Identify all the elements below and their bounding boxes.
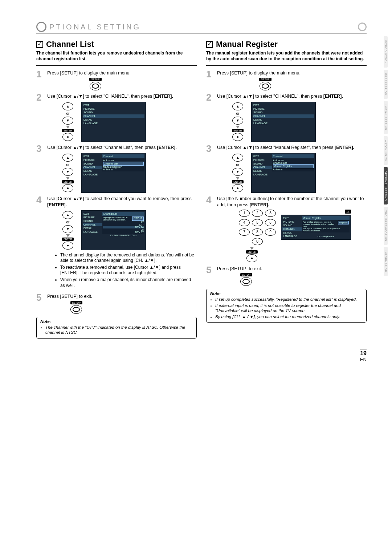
setup-button-icon: SETUP <box>60 301 92 314</box>
cl-step-5: 5 Press [SETUP] to exit. SETUP <box>36 293 197 314</box>
osd-manual-register: EXITPICTURESOUNDCHANNELDETAILLANGUAGE Ma… <box>281 215 351 240</box>
cl-step2-text: Use [Cursor ▲/▼] to select "CHANNEL", th… <box>47 94 154 99</box>
divider <box>206 65 367 66</box>
note-label: Note: <box>210 291 363 296</box>
mr-step4-text: Use [the Number buttons] to enter the nu… <box>217 196 364 207</box>
cl-step4-text: Use [Cursor ▲/▼] to select the channel y… <box>47 196 192 201</box>
channel-badge: 11 <box>345 210 351 214</box>
mr-step-4: 4 Use [the Number buttons] to enter the … <box>206 195 367 263</box>
tab-preparation: PREPARATION <box>384 70 388 99</box>
mr-step-2: 2 Use [Cursor ▲/▼] to select "CHANNEL", … <box>206 93 367 142</box>
tab-watching-tv: WATCHING TV <box>384 136 388 165</box>
mr-step1-text: Press [SETUP] to display the main menu. <box>217 70 301 76</box>
note-label: Note: <box>40 319 193 324</box>
cl-bullets: The channel display for the removed chan… <box>60 252 197 289</box>
page-lang: EN <box>360 357 367 362</box>
osd-main-menu: EXITPICTURESOUNDCHANNELDETAILLANGUAGE <box>81 102 146 142</box>
setup-button-icon: SETUP <box>230 78 301 90</box>
manual-register-section: Manual Register The manual register func… <box>206 39 367 341</box>
cursor-remote-icon: ▲or▼ENTER● <box>58 102 78 142</box>
cl-step-4: 4 Use [Cursor ▲/▼] to select the channel… <box>36 195 197 291</box>
page-footer: 19 EN <box>36 349 367 362</box>
cl-step-3: 3 Use [Cursor ▲/▼] to select "Channel Li… <box>36 144 197 193</box>
mr-note: Note: If set up completes successfully, … <box>206 289 367 323</box>
tab-optional-setting: OPTIONAL SETTING <box>384 167 388 204</box>
channel-list-section: Channel List The channel list function l… <box>36 39 197 341</box>
divider <box>36 65 197 66</box>
check-icon <box>36 41 43 48</box>
osd-channel-submenu: EXITPICTURESOUNDCHANNELDETAILLANGUAGE Ch… <box>81 153 146 193</box>
side-tabs: INTRODUCTION PREPARATION INITIAL SETTING… <box>384 36 388 276</box>
setup-button-icon: SETUP <box>230 273 262 286</box>
channel-list-intro: The channel list function lets you remov… <box>36 50 197 62</box>
mr-step2-text: Use [Cursor ▲/▼] to select "CHANNEL", th… <box>217 94 323 99</box>
tab-initial-setting: INITIAL SETTING <box>384 101 388 134</box>
mr-step-1: 1Press [SETUP] to display the main menu.… <box>206 69 367 90</box>
cursor-remote-icon: ▲or▼ENTER● <box>58 153 78 193</box>
manual-register-intro: The manual register function lets you ad… <box>206 50 367 62</box>
number-keypad-icon: 1234567890 <box>239 210 276 245</box>
enter-remote-icon: ENTER● <box>242 247 262 263</box>
mr-step5-text: Press [SETUP] to exit. <box>217 266 262 272</box>
header-rule <box>144 27 355 27</box>
tab-troubleshooting: TROUBLESHOOTING <box>384 207 388 245</box>
setup-button-icon: SETUP <box>60 78 131 90</box>
osd-channel-list: EXITPICTURESOUNDCHANNELDETAILLANGUAGE Ch… <box>81 210 146 250</box>
manual-register-title: Manual Register <box>216 40 278 49</box>
section-header: PTIONAL SETTING <box>36 22 367 34</box>
header-text: PTIONAL SETTING <box>49 23 141 31</box>
letter-o-icon <box>36 22 46 32</box>
cl-step5-text: Press [SETUP] to exit. <box>47 293 92 300</box>
osd-channel-submenu: EXITPICTURESOUNDCHANNELDETAILLANGUAGE Ch… <box>251 153 316 193</box>
mr-step-3: 3 Use [Cursor ▲/▼] to select "Manual Reg… <box>206 144 367 193</box>
tab-introduction: INTRODUCTION <box>384 36 388 68</box>
cl-note: Note: The channel with the "DTV" indicat… <box>36 317 197 339</box>
mr-step-5: 5 Press [SETUP] to exit. SETUP <box>206 265 367 286</box>
check-icon <box>206 41 213 48</box>
cl-step1-text: Press [SETUP] to display the main menu. <box>47 70 131 76</box>
tab-information: INFORMATION <box>384 247 388 276</box>
cursor-remote-icon: ▲or▼ENTER● <box>58 210 78 250</box>
osd-main-menu: EXITPICTURESOUNDCHANNELDETAILLANGUAGE <box>251 102 316 142</box>
page-number: 19 <box>360 349 367 357</box>
cursor-remote-icon: ▲or▼ENTER● <box>228 102 248 142</box>
mr-step3-text: Use [Cursor ▲/▼] to select "Manual Regis… <box>217 145 335 150</box>
cursor-remote-icon: ▲or▼ENTER● <box>228 153 248 193</box>
header-dot-icon <box>358 23 367 31</box>
channel-list-title: Channel List <box>46 40 94 49</box>
cl-step3-text: Use [Cursor ▲/▼] to select "Channel List… <box>47 145 157 150</box>
cl-step-2: 2 Use [Cursor ▲/▼] to select "CHANNEL", … <box>36 93 197 142</box>
cl-step-1: 1Press [SETUP] to display the main menu.… <box>36 69 197 90</box>
